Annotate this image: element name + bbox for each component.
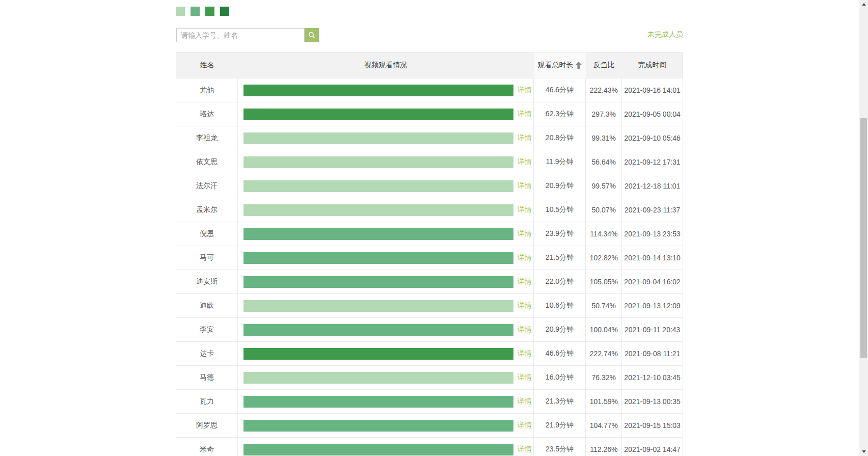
table-row: 米奇详情23.5分钟112.26%2021-09-02 14:47: [176, 437, 683, 456]
table-row: 达卡详情46.6分钟222.74%2021-09-08 11:21: [176, 341, 683, 365]
detail-link[interactable]: 详情: [518, 157, 532, 167]
watch-status-cell: 详情: [238, 126, 534, 150]
detail-link[interactable]: 详情: [518, 445, 532, 454]
student-name: 孟米尔: [176, 198, 238, 222]
total-duration-value: 46.6分钟: [534, 78, 586, 102]
rumination-ratio-value: 101.59%: [586, 390, 622, 413]
rumination-ratio-value: 104.77%: [586, 414, 622, 437]
detail-link[interactable]: 详情: [518, 301, 532, 310]
watch-progress-bar: [243, 324, 513, 336]
rumination-ratio-value: 105.05%: [586, 270, 622, 293]
watch-progress-bar: [243, 156, 513, 168]
rumination-ratio-value: 56.64%: [586, 150, 622, 174]
total-duration-value: 20.8分钟: [534, 126, 586, 150]
sort-ascending-icon[interactable]: [576, 62, 582, 69]
table-row: 法尔汗详情20.9分钟99.57%2021-12-18 11:01: [176, 174, 683, 198]
table-row: 李安详情20.9分钟100.04%2021-09-11 20:43: [176, 317, 683, 341]
header-total-duration[interactable]: 观看总时长: [534, 52, 586, 78]
detail-link[interactable]: 详情: [518, 229, 532, 238]
student-name: 尤他: [176, 78, 238, 102]
total-duration-value: 21.9分钟: [534, 414, 586, 437]
detail-link[interactable]: 详情: [518, 421, 532, 430]
rumination-ratio-value: 112.26%: [586, 438, 622, 456]
watch-status-cell: 详情: [238, 78, 534, 102]
watch-progress-bar: [243, 444, 513, 455]
watch-progress-bar: [243, 132, 513, 144]
scroll-up-icon[interactable]: [859, 0, 868, 9]
table-row: 孟米尔详情10.5分钟50.07%2021-09-23 11:37: [176, 198, 683, 222]
vertical-scrollbar[interactable]: [859, 0, 868, 456]
header-completion-time[interactable]: 完成时间: [622, 52, 683, 78]
completion-time-value: 2021-09-13 12:09: [622, 294, 683, 317]
watch-progress-bar: [243, 252, 513, 264]
table-row: 依文思详情11.9分钟56.64%2021-09-12 17:31: [176, 150, 683, 174]
detail-link[interactable]: 详情: [518, 349, 532, 358]
detail-link[interactable]: 详情: [518, 133, 532, 143]
completion-time-value: 2021-09-04 16:02: [622, 270, 683, 293]
scroll-down-icon[interactable]: [859, 447, 868, 456]
total-duration-value: 22.0分钟: [534, 270, 586, 293]
watch-status-cell: 详情: [238, 102, 534, 126]
student-name: 李祖龙: [176, 126, 238, 150]
watch-status-cell: 详情: [238, 174, 534, 198]
watch-progress-bar: [243, 180, 513, 192]
completion-time-value: 2021-12-18 11:01: [622, 174, 683, 198]
rumination-ratio-value: 50.74%: [586, 294, 622, 317]
search-input[interactable]: [176, 28, 305, 42]
watch-progress-bar: [243, 300, 513, 312]
watch-status-cell: 详情: [238, 318, 534, 341]
table-row: 珞达详情62.3分钟297.3%2021-09-05 00:04: [176, 102, 683, 126]
completion-time-value: 2021-09-23 11:37: [622, 198, 683, 222]
legend-swatch-level-2: [191, 7, 200, 16]
page: 未完成人员 姓名 视频观看情况 观看总时长 反刍比 完成时间 尤他详情46.6分…: [0, 0, 868, 456]
watch-status-cell: 详情: [238, 438, 534, 456]
total-duration-value: 62.3分钟: [534, 102, 586, 126]
completion-time-value: 2021-09-16 14:01: [622, 78, 683, 102]
watch-status-cell: 详情: [238, 366, 534, 389]
watch-progress-bar: [243, 396, 513, 408]
detail-link[interactable]: 详情: [518, 86, 532, 95]
student-name: 阿罗思: [176, 414, 238, 437]
legend-swatch-level-3: [205, 7, 214, 16]
student-name: 李安: [176, 318, 238, 341]
table-row: 迪欧详情10.6分钟50.74%2021-09-13 12:09: [176, 293, 683, 317]
watch-status-cell: 详情: [238, 294, 534, 317]
detail-link[interactable]: 详情: [518, 205, 532, 214]
completion-time-value: 2021-09-08 11:21: [622, 342, 683, 365]
header-watch-status[interactable]: 视频观看情况: [238, 52, 534, 78]
student-name: 瓦力: [176, 390, 238, 413]
detail-link[interactable]: 详情: [518, 397, 532, 406]
detail-link[interactable]: 详情: [518, 181, 532, 191]
watch-progress-bar: [243, 348, 513, 360]
rumination-ratio-value: 76.32%: [586, 366, 622, 389]
watch-status-cell: 详情: [238, 246, 534, 270]
detail-link[interactable]: 详情: [518, 373, 532, 382]
incomplete-members-link[interactable]: 未完成人员: [647, 30, 683, 39]
watch-progress-bar: [243, 276, 513, 288]
completion-time-value: 2021-12-10 03:45: [622, 366, 683, 389]
total-duration-value: 21.5分钟: [534, 246, 586, 270]
detail-link[interactable]: 详情: [518, 253, 532, 262]
rumination-ratio-value: 297.3%: [586, 102, 622, 126]
search-button[interactable]: [305, 28, 319, 42]
detail-link[interactable]: 详情: [518, 110, 532, 119]
total-duration-value: 11.9分钟: [534, 150, 586, 174]
completion-time-value: 2021-09-12 17:31: [622, 150, 683, 174]
detail-link[interactable]: 详情: [518, 325, 532, 334]
completion-time-value: 2021-09-10 05:46: [622, 126, 683, 150]
rumination-ratio-value: 222.74%: [586, 342, 622, 365]
completion-time-value: 2021-09-15 15:03: [622, 414, 683, 437]
scrollbar-thumb[interactable]: [860, 118, 867, 358]
watch-status-cell: 详情: [238, 390, 534, 413]
watch-progress-bar: [243, 420, 513, 432]
completion-time-value: 2021-09-02 14:47: [622, 438, 683, 456]
watch-progress-table: 姓名 视频观看情况 观看总时长 反刍比 完成时间 尤他详情46.6分钟222.4…: [176, 52, 683, 456]
header-rumination-ratio[interactable]: 反刍比: [586, 52, 622, 78]
color-legend: [176, 7, 235, 16]
table-row: 马德详情16.0分钟76.32%2021-12-10 03:45: [176, 365, 683, 389]
detail-link[interactable]: 详情: [518, 277, 532, 286]
watch-status-cell: 详情: [238, 198, 534, 222]
watch-status-cell: 详情: [238, 342, 534, 365]
rumination-ratio-value: 114.34%: [586, 222, 622, 246]
header-name[interactable]: 姓名: [176, 52, 238, 78]
